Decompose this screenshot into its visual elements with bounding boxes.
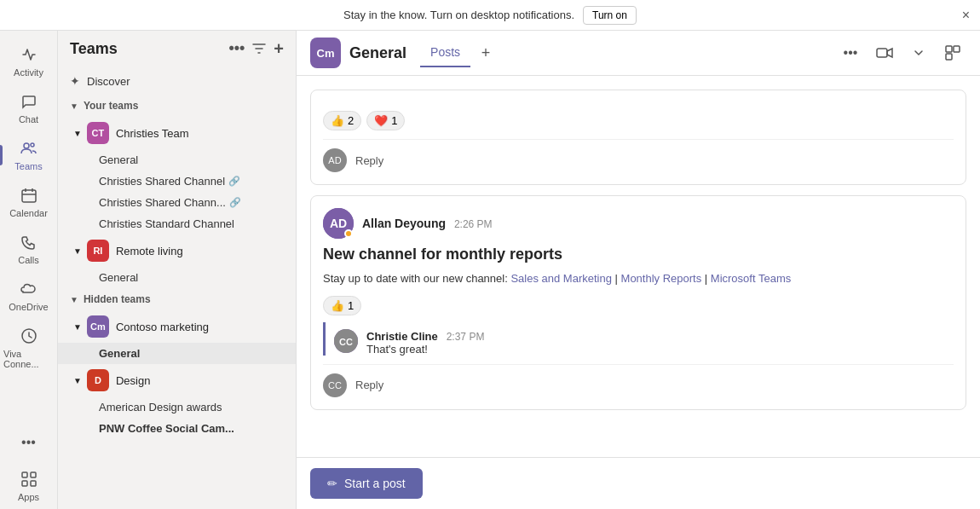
svg-rect-4 (22, 472, 27, 477)
discover-label: Discover (87, 75, 130, 88)
msg-avatar-2: AD (323, 208, 354, 239)
sidebar-filter-button[interactable] (251, 39, 267, 59)
channel-name-header: General (349, 44, 406, 62)
link-sales-marketing[interactable]: Sales and Marketing (510, 272, 612, 285)
sidebar-item-onedrive[interactable]: OneDrive (0, 272, 57, 319)
svg-rect-9 (946, 46, 952, 52)
channel-contoso-general[interactable]: General (58, 343, 296, 364)
svg-text:CC: CC (339, 337, 353, 347)
hidden-teams-chevron: ▼ (70, 295, 78, 304)
sidebar-header-actions: ••• + (228, 39, 284, 59)
svg-rect-10 (954, 46, 960, 52)
svg-rect-11 (946, 54, 952, 60)
onedrive-label: OneDrive (9, 302, 48, 312)
channel-christies-standard-label: Christies Standard Channel (99, 217, 234, 230)
reaction-emoji: 👍 (331, 114, 344, 127)
sidebar-header: Teams ••• + (58, 31, 296, 67)
tab-add-button[interactable]: + (474, 41, 498, 65)
left-rail: Activity Chat Teams (0, 31, 58, 509)
hidden-teams-section-header[interactable]: ▼ Hidden teams (58, 288, 296, 310)
your-teams-label: Your teams (84, 100, 138, 112)
sidebar-more-button[interactable]: ••• (228, 39, 245, 59)
reaction-emoji-2: 👍 (331, 299, 344, 312)
christies-avatar: CT (87, 122, 109, 144)
expand-button[interactable] (939, 39, 966, 67)
viva-icon (19, 326, 39, 346)
christies-chevron: ▼ (73, 129, 82, 138)
sidebar-item-more[interactable]: ••• (0, 425, 57, 462)
onedrive-icon (19, 279, 39, 299)
dropdown-button[interactable] (905, 39, 932, 67)
msg-title-2: New channel for monthly reports (323, 246, 954, 263)
channel-header-right: ••• (837, 39, 966, 67)
discover-item[interactable]: ✦ Discover (58, 67, 296, 95)
reactions-row-1: 👍 2 ❤️ 1 (323, 111, 954, 130)
start-post-label: Start a post (344, 477, 406, 490)
reply-button-1[interactable]: Reply (355, 154, 383, 167)
calendar-label: Calendar (9, 208, 48, 218)
tab-posts[interactable]: Posts (420, 38, 470, 67)
reply-row-2: CC Reply (323, 364, 954, 397)
sidebar-item-teams[interactable]: Teams (0, 131, 57, 178)
notification-close-button[interactable]: × (962, 8, 970, 23)
design-name: Design (116, 374, 150, 387)
team-item-remote[interactable]: ▼ RI Remote living (58, 234, 296, 267)
message-card-2: AD Allan Deyoung 2:26 PM New channel for… (310, 195, 966, 410)
sidebar-item-apps[interactable]: Apps (0, 462, 57, 509)
turn-on-button[interactable]: Turn on (583, 6, 637, 25)
calls-icon (19, 232, 39, 252)
remote-avatar: RI (87, 240, 109, 262)
reply-comment-text: That's great! (366, 343, 954, 356)
msg-body-2: Stay up to date with our new channel: Sa… (323, 270, 954, 287)
reaction-count-2: 1 (348, 299, 354, 312)
start-post-area: ✏ Start a post (297, 457, 980, 509)
reaction-thumbs-up[interactable]: 👍 2 (323, 111, 361, 130)
contoso-chevron: ▼ (73, 322, 82, 332)
sidebar-item-viva[interactable]: Viva Conne... (0, 319, 57, 376)
shared-channel-icon2: 🔗 (229, 197, 241, 208)
channel-design-awards-label: American Design awards (99, 401, 222, 414)
channel-more-button[interactable]: ••• (837, 39, 864, 67)
apps-label: Apps (18, 492, 39, 502)
team-item-christies[interactable]: ▼ CT Christies Team (58, 117, 296, 149)
channel-design-pnw[interactable]: PNW Coffee Social Cam... (58, 418, 296, 439)
sidebar-item-chat[interactable]: Chat (0, 84, 57, 131)
team-item-design[interactable]: ▼ D Design (58, 364, 296, 396)
channel-christies-shared2[interactable]: Christies Shared Chann... 🔗 (58, 192, 296, 213)
reaction-thumbs-up-2[interactable]: 👍 1 (323, 296, 361, 315)
sidebar-item-calendar[interactable]: Calendar (0, 178, 57, 225)
activity-icon (19, 44, 39, 65)
start-post-button[interactable]: ✏ Start a post (310, 468, 423, 499)
tab-posts-label: Posts (430, 45, 460, 59)
link-monthly-reports[interactable]: Monthly Reports (621, 272, 702, 285)
channel-christies-standard[interactable]: Christies Standard Channel (58, 213, 296, 234)
svg-rect-2 (22, 190, 36, 202)
channel-christies-shared1[interactable]: Christies Shared Channel 🔗 (58, 171, 296, 192)
svg-rect-8 (877, 49, 887, 57)
channel-remote-general[interactable]: General (58, 267, 296, 288)
reaction-heart[interactable]: ❤️ 1 (366, 111, 405, 130)
video-call-button[interactable] (871, 39, 898, 67)
channel-christies-general[interactable]: General (58, 149, 296, 171)
channel-design-awards[interactable]: American Design awards (58, 396, 296, 418)
remote-name: Remote living (116, 245, 183, 257)
team-item-contoso[interactable]: ▼ Cm Contoso marketing (58, 310, 296, 343)
contoso-name: Contoso marketing (116, 321, 209, 333)
msg-time-2: 2:26 PM (454, 218, 493, 230)
reply-button-2[interactable]: Reply (355, 379, 383, 391)
sidebar-item-activity[interactable]: Activity (0, 38, 57, 84)
online-indicator (344, 229, 353, 238)
sidebar-title: Teams (70, 40, 118, 58)
sidebar-add-button[interactable]: + (274, 39, 284, 59)
reply-row-1: AD Reply (323, 139, 954, 172)
viva-label: Viva Conne... (3, 349, 54, 369)
main-layout: Activity Chat Teams (0, 31, 980, 509)
your-teams-section-header[interactable]: ▼ Your teams (58, 95, 296, 117)
reply-comment-author: Christie Cline (366, 330, 438, 343)
sidebar-item-calls[interactable]: Calls (0, 225, 57, 272)
link-microsoft-teams[interactable]: Microsoft Teams (711, 272, 791, 285)
channel-header: Cm General Posts + ••• (297, 31, 980, 76)
msg-body-prefix: Stay up to date with our new channel: (323, 272, 510, 285)
teams-sidebar: Teams ••• + ✦ Discover ▼ Your teams (58, 31, 297, 509)
inline-reply-2: CC Christie Cline 2:37 PM That's great! (323, 322, 954, 356)
